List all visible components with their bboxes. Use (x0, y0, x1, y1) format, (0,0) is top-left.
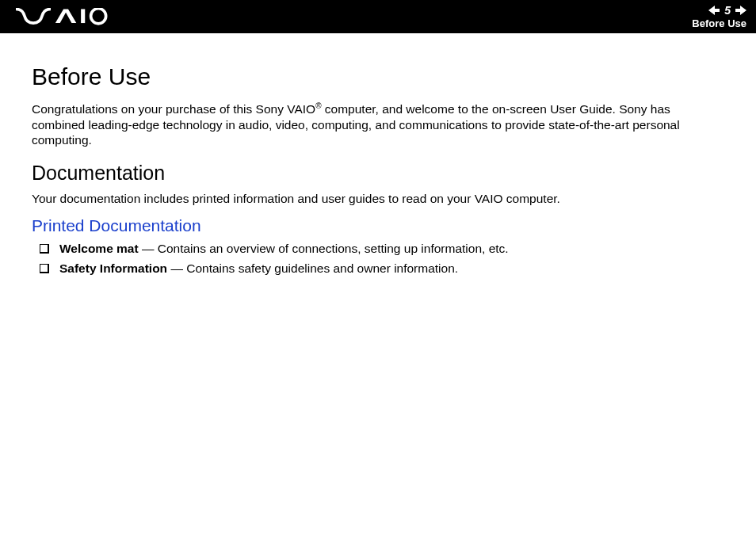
bullet-icon (40, 244, 48, 253)
documentation-intro: Your documentation includes printed info… (32, 191, 724, 206)
header-right: 5 Before Use (692, 4, 746, 29)
prev-page-arrow[interactable] (708, 6, 720, 15)
registered-mark: ® (315, 101, 321, 110)
printed-documentation-heading: Printed Documentation (32, 216, 724, 235)
list-item-bold: Welcome mat (59, 242, 139, 255)
page-nav: 5 (692, 4, 746, 17)
list-item: Safety Information — Contains safety gui… (40, 261, 724, 276)
svg-point-1 (91, 9, 106, 24)
list-item-rest: — Contains an overview of connections, s… (139, 242, 509, 255)
page-number: 5 (723, 4, 732, 17)
printed-doc-list: Welcome mat — Contains an overview of co… (32, 242, 724, 276)
bullet-icon (40, 264, 48, 273)
intro-paragraph: Congratulations on your purchase of this… (32, 101, 724, 147)
vaio-logo (16, 8, 120, 25)
list-item-text: Welcome mat — Contains an overview of co… (59, 242, 509, 256)
svg-rect-0 (81, 9, 85, 23)
page-content: Before Use Congratulations on your purch… (0, 33, 756, 297)
svg-marker-3 (735, 6, 746, 15)
header-bar: 5 Before Use (0, 0, 756, 33)
list-item-bold: Safety Information (59, 261, 167, 275)
page-title: Before Use (32, 63, 724, 90)
list-item-rest: — Contains safety guidelines and owner i… (167, 261, 458, 275)
list-item-text: Safety Information — Contains safety gui… (59, 261, 458, 276)
list-item: Welcome mat — Contains an overview of co… (40, 242, 724, 256)
intro-text-1: Congratulations on your purchase of this… (32, 102, 315, 116)
documentation-heading: Documentation (32, 162, 724, 185)
section-label: Before Use (692, 17, 746, 29)
svg-marker-2 (708, 6, 720, 15)
next-page-arrow[interactable] (735, 6, 746, 15)
